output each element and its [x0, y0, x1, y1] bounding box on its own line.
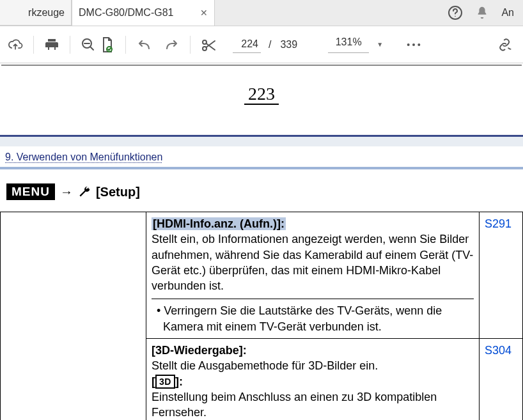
tabbar-right: An	[448, 5, 523, 20]
badge-3d: 3D	[155, 375, 175, 389]
zoom-dropdown-icon[interactable]: ▼	[377, 41, 383, 48]
page-separator: /	[265, 39, 275, 51]
table-row: [TV-Anschluss] (Fortsetzung) [HDMI-Info.…	[1, 212, 523, 339]
undo-icon[interactable]	[136, 37, 152, 52]
svg-point-7	[407, 43, 410, 45]
cell-body: [HDMI-Info.anz. (Aufn.)]: Stellt ein, ob…	[146, 212, 480, 339]
body-text: Stellt ein, ob Informationen angezeigt w…	[152, 233, 473, 292]
share-link-icon[interactable]	[497, 37, 513, 52]
arrow-right-icon: →	[60, 185, 73, 199]
cut-icon[interactable]	[201, 37, 216, 52]
body-text: Einstellung beim Anschluss an einen zu 3…	[152, 389, 474, 420]
tab-tools-partial[interactable]: rkzeuge	[0, 0, 72, 26]
page-divider	[1, 63, 522, 66]
page-number-input[interactable]	[233, 36, 261, 53]
settings-table: [TV-Anschluss] (Fortsetzung) [HDMI-Info.…	[0, 212, 523, 420]
tab-document-active[interactable]: DMC-G80/DMC-G81 ✕	[72, 0, 215, 26]
svg-point-8	[412, 43, 415, 45]
row-title: [3D-Wiedergabe]:	[152, 343, 474, 358]
svg-point-1	[455, 16, 457, 17]
row-heading: [TV-Anschluss] (Fortsetzung)	[1, 212, 146, 421]
signin-partial[interactable]: An	[501, 7, 514, 19]
menu-chip: MENU	[6, 183, 55, 200]
page-fit-icon[interactable]	[100, 37, 115, 52]
page-total: 339	[279, 39, 297, 51]
svg-point-9	[418, 43, 420, 45]
body-text: Stellt die Ausgabemethode für 3D-Bilder …	[152, 358, 474, 373]
zoom-out-icon[interactable]	[81, 37, 96, 52]
tab-label: DMC-G80/DMC-G81	[79, 7, 173, 19]
wrench-icon	[78, 185, 91, 198]
menu-breadcrumb: MENU → [Setup]	[0, 169, 523, 212]
zoom-value[interactable]: 131%	[328, 36, 369, 53]
svg-rect-2	[49, 47, 54, 50]
print-icon[interactable]	[44, 37, 59, 52]
cloud-upload-icon[interactable]	[8, 37, 23, 52]
more-icon[interactable]	[406, 37, 421, 52]
close-tab-icon[interactable]: ✕	[200, 8, 208, 18]
cell-body: [3D-Wiedergabe]: Stellt die Ausgabemetho…	[146, 339, 480, 420]
page-ref-link[interactable]: S291	[480, 212, 523, 339]
section-title: 9. Verwenden von Menüfunktionen	[0, 146, 523, 169]
bell-icon[interactable]	[474, 5, 490, 20]
redo-icon[interactable]	[164, 37, 180, 52]
page-number-display: 223	[0, 84, 523, 104]
hdmi-title: [HDMI-Info.anz. (Aufn.)]:	[152, 217, 286, 230]
help-icon[interactable]	[448, 5, 463, 20]
tab-label: rkzeuge	[28, 7, 65, 19]
tab-bar: rkzeuge DMC-G80/DMC-G81 ✕ An	[0, 0, 523, 26]
page-separator-bar	[0, 135, 523, 146]
toolbar: / 339 131% ▼	[0, 26, 523, 63]
document-view: 223 9. Verwenden von Menüfunktionen MENU…	[0, 63, 523, 420]
bullet-note: • Verringern Sie die Lautstärke des TV-G…	[152, 299, 474, 334]
setup-label: [Setup]	[96, 185, 140, 199]
page-ref-link[interactable]: S304	[480, 339, 523, 420]
